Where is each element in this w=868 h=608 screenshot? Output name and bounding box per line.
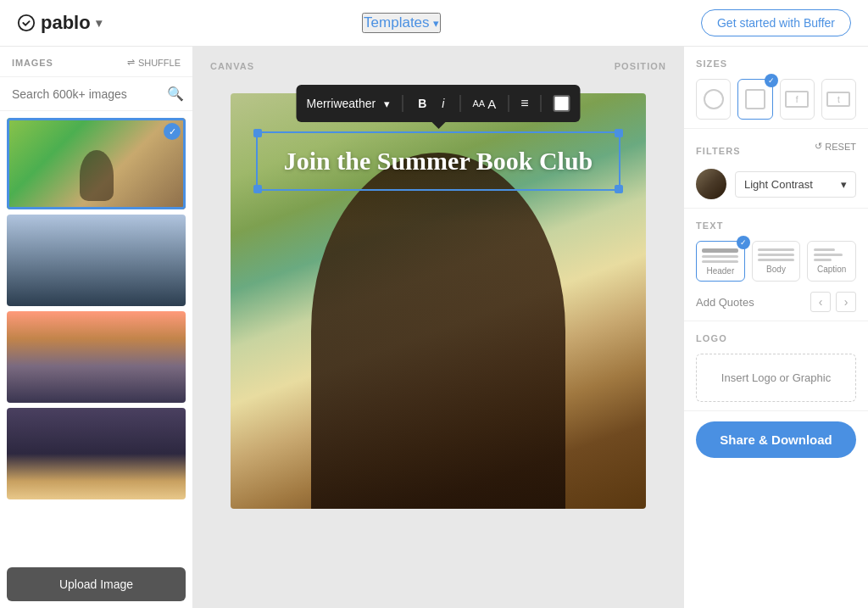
text-body-button[interactable]: Body	[752, 241, 801, 282]
fb-icon: f	[785, 91, 809, 108]
logo[interactable]: pablo ▾	[17, 12, 102, 34]
canvas-image-wrap: Join the Summer Book Club	[231, 93, 646, 509]
size-check: ✓	[765, 74, 778, 87]
get-started-button[interactable]: Get started with Buffer	[701, 9, 851, 36]
shuffle-label: SHUFFLE	[138, 58, 181, 68]
align-button[interactable]: ≡	[520, 96, 528, 111]
header-lines	[702, 248, 738, 263]
filter-row: Light Contrast ▾	[696, 169, 856, 199]
search-input[interactable]	[12, 87, 160, 101]
share-download-button[interactable]: Share & Download	[696, 421, 856, 458]
main-layout: IMAGES ⇌ SHUFFLE 🔍 ✓ Upload Image CANVAS…	[0, 47, 868, 608]
text-title: TEXT	[696, 220, 856, 231]
add-quotes-label: Add Quotes	[696, 296, 754, 309]
images-label: IMAGES	[12, 58, 53, 68]
image-thumb-2[interactable]	[7, 215, 186, 306]
square-icon	[745, 89, 765, 109]
body-lines	[758, 248, 794, 261]
toolbar-separator-3	[508, 95, 509, 112]
font-chevron[interactable]: ▾	[384, 98, 390, 110]
quotes-nav: ‹ ›	[810, 292, 856, 312]
image-thumb-3[interactable]	[7, 311, 186, 403]
canvas-area: CANVAS POSITION Merriweather ▾ B i AA A …	[193, 47, 683, 608]
header-label: Header	[706, 266, 734, 276]
handle-top-right[interactable]	[615, 129, 623, 137]
toolbar-separator-1	[402, 95, 403, 112]
bold-button[interactable]: B	[415, 95, 430, 112]
filter-preview	[696, 169, 726, 199]
body-label: Body	[766, 265, 786, 274]
quotes-prev-button[interactable]: ‹	[810, 292, 831, 312]
right-sidebar: SIZES ✓ f t	[683, 47, 868, 608]
handle-bottom-right[interactable]	[615, 185, 623, 193]
text-toolbar: Merriweather ▾ B i AA A ≡	[297, 85, 581, 122]
shuffle-button[interactable]: ⇌ SHUFFLE	[127, 57, 181, 68]
logo-insert-button[interactable]: Insert Logo or Graphic	[696, 354, 856, 402]
add-quotes-row: Add Quotes ‹ ›	[696, 292, 856, 312]
svg-point-0	[19, 15, 34, 31]
text-caption-button[interactable]: Caption	[807, 241, 856, 282]
handle-top-left[interactable]	[253, 129, 262, 137]
logo-section: LOGO Insert Logo or Graphic	[684, 321, 868, 411]
font-size-button[interactable]: AA A	[472, 97, 496, 111]
image-thumb-4[interactable]	[7, 408, 186, 499]
quotes-next-button[interactable]: ›	[836, 292, 856, 312]
color-picker[interactable]	[554, 95, 570, 112]
logo-title: LOGO	[696, 333, 856, 343]
filters-title: FILTERS	[696, 146, 741, 156]
logo-chevron[interactable]: ▾	[96, 16, 102, 30]
font-name[interactable]: Merriweather	[307, 97, 376, 110]
size-fb-button[interactable]: f	[780, 79, 815, 120]
sizes-row: ✓ f t	[696, 79, 856, 120]
sizes-title: SIZES	[696, 59, 856, 69]
text-section: TEXT ✓ Header	[684, 209, 868, 321]
canvas-header: CANVAS POSITION	[193, 47, 683, 85]
text-check: ✓	[737, 236, 750, 249]
sizes-section: SIZES ✓ f t	[684, 47, 868, 129]
reset-label: RESET	[825, 142, 856, 152]
reset-button[interactable]: ↺ RESET	[815, 141, 856, 152]
templates-button[interactable]: Templates ▾	[362, 13, 440, 33]
filter-chevron-icon: ▾	[841, 178, 847, 191]
size-square-button[interactable]: ✓	[737, 79, 772, 120]
text-header-button[interactable]: ✓ Header	[696, 241, 745, 282]
circle-icon	[704, 89, 724, 109]
filters-header: FILTERS ↺ RESET	[696, 141, 856, 160]
handle-bottom-left[interactable]	[253, 185, 262, 193]
size-circle-button[interactable]	[696, 79, 731, 120]
toolbar-separator-2	[459, 95, 460, 112]
reset-icon: ↺	[815, 141, 822, 152]
filters-section: FILTERS ↺ RESET Light Contrast ▾	[684, 129, 868, 209]
header-center: Templates ▾	[362, 13, 440, 33]
caption-lines	[814, 248, 850, 261]
canvas-text[interactable]: Join the Summer Book Club	[284, 147, 593, 175]
logo-icon	[17, 14, 36, 32]
logo-text: pablo	[41, 12, 91, 34]
selected-check-1: ✓	[164, 123, 181, 140]
share-download-section: Share & Download	[684, 411, 868, 468]
shuffle-icon: ⇌	[127, 57, 135, 68]
image-thumb-1[interactable]: ✓	[7, 118, 186, 209]
text-options-row: ✓ Header Body	[696, 241, 856, 282]
caption-label: Caption	[817, 265, 846, 274]
filter-selected-label: Light Contrast	[744, 178, 813, 191]
sidebar-header: IMAGES ⇌ SHUFFLE	[0, 47, 192, 77]
canvas-background: Join the Summer Book Club	[231, 93, 646, 509]
search-icon[interactable]: 🔍	[167, 86, 184, 102]
image-grid: ✓	[0, 111, 192, 561]
canvas-label: CANVAS	[210, 61, 254, 71]
filter-select[interactable]: Light Contrast ▾	[735, 171, 856, 198]
position-label: POSITION	[615, 61, 666, 71]
size-twitter-button[interactable]: t	[821, 79, 856, 120]
canvas-text-box[interactable]: Join the Summer Book Club	[256, 131, 620, 191]
twitter-icon: t	[826, 92, 850, 107]
search-bar: 🔍	[0, 77, 192, 111]
left-sidebar: IMAGES ⇌ SHUFFLE 🔍 ✓ Upload Image	[0, 47, 193, 608]
header: pablo ▾ Templates ▾ Get started with Buf…	[0, 0, 868, 47]
italic-button[interactable]: i	[438, 95, 448, 112]
upload-image-button[interactable]: Upload Image	[7, 567, 186, 601]
toolbar-separator-4	[541, 95, 542, 112]
